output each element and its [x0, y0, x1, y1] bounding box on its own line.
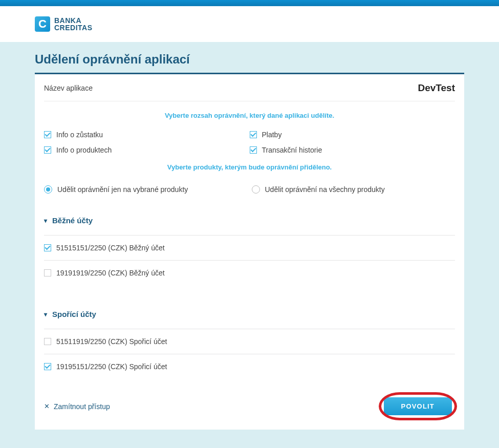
check-icon	[44, 131, 51, 138]
brand-line2: CREDITAS	[54, 24, 93, 31]
application-name-value: DevTest	[418, 82, 455, 94]
permissions-hint: Vyberte rozsah oprávnění, který dané apl…	[44, 112, 455, 119]
approve-highlight: POVOLIT	[381, 394, 455, 418]
radio-all-products[interactable]: Udělit oprávnění na všechny produkty	[250, 185, 455, 194]
deny-access-link[interactable]: ✕ Zamítnout přístup	[44, 402, 110, 411]
brand-line1: BANKA	[54, 17, 93, 24]
check-icon	[44, 269, 51, 276]
account-checkbox[interactable]: 19191919/2250 (CZK) Běžný účet	[44, 261, 455, 285]
radio-label: Udělit oprávnění jen na vybrané produkty	[57, 185, 188, 194]
logo-mark-icon: C	[35, 16, 50, 32]
section-label: Spořící účty	[52, 310, 96, 318]
products-hint: Vyberte produkty, kterým bude oprávnění …	[44, 163, 455, 171]
section-label: Běžné účty	[52, 216, 93, 225]
approve-button[interactable]: POVOLIT	[384, 397, 452, 415]
logo-text: BANKA CREDITAS	[54, 17, 93, 31]
deny-label: Zamítnout přístup	[54, 402, 110, 411]
checkbox-label: Transakční historie	[262, 146, 322, 154]
checkbox-label: Platby	[262, 131, 282, 139]
account-label: 19191919/2250 (CZK) Běžný účet	[56, 269, 165, 277]
radio-icon	[252, 185, 260, 194]
check-icon	[44, 363, 51, 370]
application-name-row: Název aplikace DevTest	[44, 74, 455, 101]
checkbox-label: Info o produktech	[56, 146, 112, 154]
radio-label: Udělit oprávnění na všechny produkty	[265, 185, 385, 194]
check-icon	[250, 146, 257, 154]
checkbox-label: Info o zůstatku	[56, 131, 103, 139]
application-name-label: Název aplikace	[44, 84, 93, 92]
account-label: 19195151/2250 (CZK) Spořicí účet	[56, 362, 167, 371]
chevron-down-icon: ▾	[44, 217, 47, 224]
radio-icon	[44, 185, 52, 194]
scope-radio-group: Udělit oprávnění jen na vybrané produkty…	[44, 185, 455, 194]
close-icon: ✕	[44, 402, 50, 410]
account-label: 51511919/2250 (CZK) Spořicí účet	[56, 337, 167, 346]
logo[interactable]: C BANKA CREDITAS	[35, 16, 93, 32]
checkbox-balance-info[interactable]: Info o zůstatku	[44, 131, 250, 139]
check-icon	[44, 146, 51, 154]
page-title: Udělení oprávnění aplikací	[35, 52, 499, 67]
check-icon	[44, 338, 51, 345]
account-label: 51515151/2250 (CZK) Běžný účet	[56, 244, 165, 252]
checkbox-transaction-history[interactable]: Transakční historie	[250, 146, 455, 154]
permissions-grid: Info o zůstatku Platby Info o produktech…	[44, 131, 455, 154]
top-bar	[0, 0, 499, 6]
chevron-down-icon: ▾	[44, 311, 47, 318]
checkbox-payments[interactable]: Platby	[250, 131, 455, 139]
check-icon	[250, 131, 257, 138]
account-checkbox[interactable]: 51515151/2250 (CZK) Běžný účet	[44, 236, 455, 260]
footer-actions: ✕ Zamítnout přístup POVOLIT	[44, 394, 455, 418]
section-savings-accounts[interactable]: ▾ Spořící účty	[44, 310, 455, 318]
consent-card: Název aplikace DevTest Vyberte rozsah op…	[35, 73, 464, 430]
account-checkbox[interactable]: 51511919/2250 (CZK) Spořicí účet	[44, 329, 455, 354]
radio-selected-products[interactable]: Udělit oprávnění jen na vybrané produkty	[44, 185, 250, 194]
checkbox-product-info[interactable]: Info o produktech	[44, 146, 250, 154]
header: C BANKA CREDITAS	[0, 6, 499, 42]
check-icon	[44, 244, 51, 251]
account-checkbox[interactable]: 19195151/2250 (CZK) Spořicí účet	[44, 354, 455, 379]
section-current-accounts[interactable]: ▾ Běžné účty	[44, 216, 455, 225]
